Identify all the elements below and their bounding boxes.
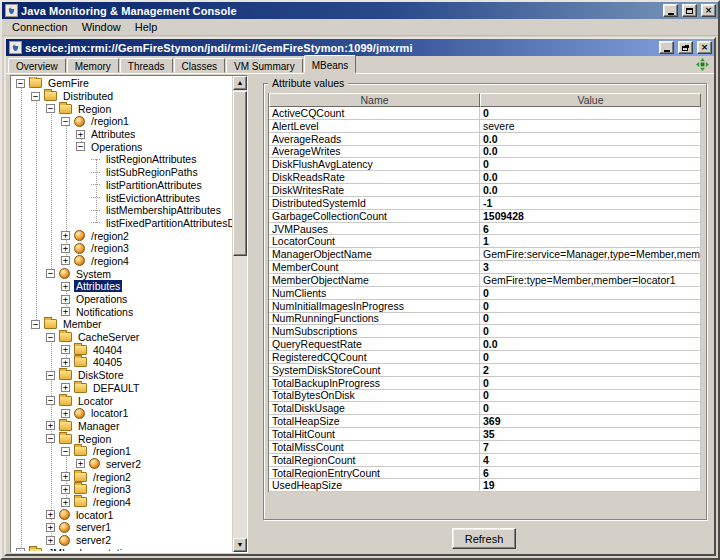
tree-label[interactable]: /region2 (89, 230, 131, 242)
tree-label[interactable]: /region1 (91, 445, 133, 457)
attr-name[interactable]: NumSubscriptions (269, 325, 480, 337)
tree-label[interactable]: DiskStore (76, 369, 126, 381)
collapse-icon[interactable]: − (31, 320, 40, 329)
attr-value[interactable]: 0 (480, 351, 701, 363)
attr-name[interactable]: TotalHeapSize (269, 415, 480, 427)
tree-node-region2[interactable]: +/region2 (12, 470, 232, 483)
tree-label[interactable]: Region (76, 103, 113, 115)
tree-node-cacheserver[interactable]: −CacheServer (12, 331, 232, 344)
attr-name[interactable]: DiskFlushAvgLatency (269, 158, 480, 170)
tree-label[interactable]: listRegionAttributes (104, 153, 198, 165)
tree-label[interactable]: Notifications (74, 306, 135, 318)
attr-value[interactable]: 0 (480, 158, 701, 170)
expand-icon[interactable]: + (61, 295, 70, 304)
tree-node-attributes[interactable]: +Attributes (12, 128, 232, 141)
attr-name[interactable]: NumInitialImagesInProgress (269, 300, 480, 312)
attr-row-ManagerObjectName[interactable]: ManagerObjectNameGemFire:service=Manager… (269, 248, 701, 261)
attr-row-GarbageCollectionCount[interactable]: GarbageCollectionCount1509428 (269, 210, 701, 223)
collapse-icon[interactable]: − (61, 117, 70, 126)
attr-name[interactable]: NumClients (269, 287, 480, 299)
tab-threads[interactable]: Threads (120, 58, 173, 73)
tab-mbeans[interactable]: MBeans (304, 55, 357, 73)
close-button[interactable]: × (697, 41, 712, 54)
attr-value[interactable]: 2 (480, 364, 701, 376)
attr-name[interactable]: SystemDiskStoreCount (269, 364, 480, 376)
tree-label[interactable]: System (74, 268, 113, 280)
attr-row-ActiveCQCount[interactable]: ActiveCQCount0 (269, 107, 701, 120)
attr-value[interactable]: 0 (480, 300, 701, 312)
expand-icon[interactable]: + (46, 523, 55, 532)
attr-value[interactable]: 0 (480, 402, 701, 414)
tree-node-manager[interactable]: +Manager (12, 420, 232, 433)
attr-name[interactable]: DiskReadsRate (269, 171, 480, 183)
expand-icon[interactable]: + (61, 498, 70, 507)
menu-window[interactable]: Window (77, 19, 130, 36)
expand-icon[interactable]: + (61, 345, 70, 354)
collapse-icon[interactable]: − (76, 142, 85, 151)
tree-node-server2[interactable]: +server2 (12, 458, 232, 471)
attr-name[interactable]: ManagerObjectName (269, 248, 480, 260)
attr-row-SystemDiskStoreCount[interactable]: SystemDiskStoreCount2 (269, 364, 701, 377)
attr-name[interactable]: TotalBackupInProgress (269, 377, 480, 389)
attr-name[interactable]: NumRunningFunctions (269, 313, 480, 325)
tab-overview[interactable]: Overview (8, 58, 66, 73)
attr-value[interactable]: 3 (480, 261, 701, 273)
tree-label[interactable]: listEvictionAttributes (104, 192, 202, 204)
tree-node-operations[interactable]: +Operations (12, 293, 232, 306)
attr-value[interactable]: 7 (480, 441, 701, 453)
attr-row-LocatorCount[interactable]: LocatorCount1 (269, 235, 701, 248)
tree-node-listsubregionpaths[interactable]: listSubRegionPaths (12, 166, 232, 179)
attr-name[interactable]: TotalRegionCount (269, 454, 480, 466)
attr-row-DistributedSystemId[interactable]: DistributedSystemId-1 (269, 197, 701, 210)
tree-node-region[interactable]: −Region (12, 432, 232, 445)
attr-row-UsedHeapSize[interactable]: UsedHeapSize19 (269, 479, 701, 492)
menu-help[interactable]: Help (130, 19, 167, 36)
column-header-name[interactable]: Name (269, 93, 480, 107)
tree-node-attributes[interactable]: +Attributes (12, 280, 232, 293)
tree-node-region3[interactable]: +/region3 (12, 242, 232, 255)
attr-name[interactable]: UsedHeapSize (269, 479, 480, 491)
tree-label[interactable]: server2 (74, 534, 113, 546)
expand-icon[interactable]: + (61, 282, 70, 291)
attr-name[interactable]: DiskWritesRate (269, 184, 480, 196)
column-header-value[interactable]: Value (480, 93, 701, 107)
attr-name[interactable]: QueryRequestRate (269, 338, 480, 350)
tree-label[interactable]: server1 (74, 521, 113, 533)
attr-row-DiskFlushAvgLatency[interactable]: DiskFlushAvgLatency0 (269, 158, 701, 171)
tree-node-region[interactable]: −Region (12, 102, 232, 115)
collapse-icon[interactable]: − (46, 269, 55, 278)
tree-node-region1[interactable]: −/region1 (12, 115, 232, 128)
collapse-icon[interactable]: − (16, 79, 25, 88)
attr-value[interactable]: 0.0 (480, 133, 701, 145)
attr-row-JVMPauses[interactable]: JVMPauses6 (269, 223, 701, 236)
tree-label[interactable]: /region1 (89, 115, 131, 127)
attr-name[interactable]: TotalMissCount (269, 441, 480, 453)
tree-node-gemfire[interactable]: −GemFire (12, 77, 232, 90)
attr-row-NumRunningFunctions[interactable]: NumRunningFunctions0 (269, 313, 701, 326)
tree-node-server2[interactable]: +server2 (12, 534, 232, 547)
attr-row-RegisteredCQCount[interactable]: RegisteredCQCount0 (269, 351, 701, 364)
attr-name[interactable]: TotalBytesOnDisk (269, 390, 480, 402)
expand-icon[interactable]: + (16, 548, 25, 551)
tree-node-listmembershipattributes[interactable]: listMembershipAttributes (12, 204, 232, 217)
attr-row-TotalRegionEntryCount[interactable]: TotalRegionEntryCount6 (269, 467, 701, 480)
attr-row-TotalRegionCount[interactable]: TotalRegionCount4 (269, 454, 701, 467)
attr-row-TotalBackupInProgress[interactable]: TotalBackupInProgress0 (269, 377, 701, 390)
tree-node-region4[interactable]: +/region4 (12, 496, 232, 509)
tree-node-system[interactable]: −System (12, 267, 232, 280)
main-titlebar[interactable]: Java Monitoring & Management Console × (2, 2, 718, 19)
tree-label[interactable]: /region3 (91, 483, 133, 495)
scrollbar-thumb[interactable] (233, 91, 247, 256)
tree-node-jmimplementation[interactable]: +JMImplementation (12, 546, 232, 551)
attr-row-DiskWritesRate[interactable]: DiskWritesRate0.0 (269, 184, 701, 197)
expand-icon[interactable]: + (61, 244, 70, 253)
attr-row-NumClients[interactable]: NumClients0 (269, 287, 701, 300)
attr-value[interactable]: 6 (480, 223, 701, 235)
tree-node-default[interactable]: +DEFAULT (12, 382, 232, 395)
tree-scrollbar[interactable]: ▲ ▼ (232, 76, 247, 552)
attr-value[interactable]: 0.0 (480, 184, 701, 196)
attr-value[interactable]: 0 (480, 107, 701, 119)
attr-value[interactable]: 0 (480, 313, 701, 325)
attr-value[interactable]: 4 (480, 454, 701, 466)
attr-value[interactable]: 0 (480, 325, 701, 337)
